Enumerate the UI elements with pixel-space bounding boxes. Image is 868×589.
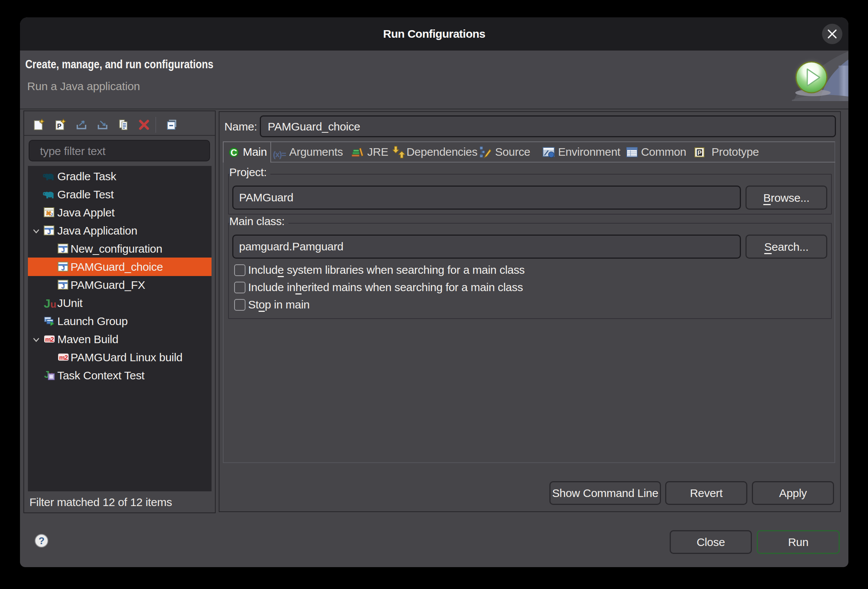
svg-text:P: P (57, 123, 61, 130)
svg-text:J: J (51, 212, 53, 217)
svg-text:m2: m2 (59, 354, 68, 361)
svg-text:P: P (697, 149, 701, 156)
svg-text:J: J (61, 283, 64, 290)
svg-text:?: ? (38, 535, 44, 546)
svg-text:m2: m2 (45, 336, 54, 343)
svg-text:J: J (47, 229, 51, 235)
svg-text:C: C (230, 147, 237, 157)
svg-text:J: J (61, 265, 64, 271)
svg-text:J: J (61, 247, 64, 253)
